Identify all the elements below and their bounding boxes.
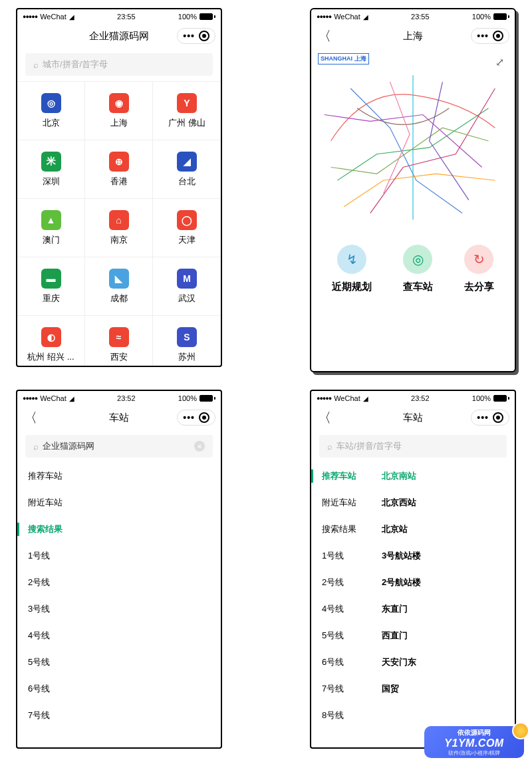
station-row[interactable]: 6号线天安门东 — [311, 649, 515, 676]
category-item[interactable]: 7号线 — [17, 702, 221, 729]
close-target-icon[interactable] — [199, 412, 209, 423]
city-icon: ▲ — [41, 210, 61, 230]
station-row[interactable]: 8号线 — [311, 702, 515, 729]
city-label: 上海 — [110, 117, 128, 129]
category-item[interactable]: 1号线 — [17, 543, 221, 569]
wifi-icon: ◢ — [363, 395, 368, 402]
city-icon: S — [177, 327, 197, 347]
category-item[interactable]: 附近车站 — [17, 489, 221, 516]
city-label: 南京 — [110, 234, 128, 246]
station-row[interactable]: 1号线3号航站楼 — [311, 543, 515, 569]
station-row[interactable]: 7号线国贸 — [311, 676, 515, 702]
back-button[interactable]: 〈 — [318, 409, 331, 427]
city-cell[interactable]: ◎北京 — [17, 82, 85, 140]
close-target-icon[interactable] — [493, 31, 503, 41]
city-cell[interactable]: S苏州 — [153, 316, 221, 367]
city-cell[interactable]: ◢台北 — [153, 140, 221, 199]
more-icon[interactable]: ••• — [183, 31, 195, 41]
city-cell[interactable]: Y广州 佛山 — [153, 82, 221, 140]
city-icon: ◢ — [177, 152, 197, 172]
more-icon[interactable]: ••• — [477, 412, 489, 423]
station-name: 北京站 — [382, 523, 408, 535]
category-label: 3号线 — [28, 603, 50, 615]
category-label: 4号线 — [28, 630, 50, 642]
category-label: 7号线 — [322, 683, 382, 695]
capsule-menu[interactable]: ••• — [177, 410, 215, 426]
city-cell[interactable]: ◣成都 — [85, 257, 153, 316]
station-row[interactable]: 4号线东直门 — [311, 596, 515, 622]
status-bar: ●●●●● WeChat ◢ 23:52 100% — [311, 391, 515, 406]
action-icon: ◎ — [403, 245, 432, 274]
signal-dots-icon: ●●●●● — [317, 13, 331, 20]
station-row[interactable]: 2号线2号航站楼 — [311, 569, 515, 596]
city-grid: ◎北京◉上海Y广州 佛山米深圳⊕香港◢台北▲澳门⌂南京◯天津▬重庆◣成都M武汉◐… — [17, 81, 221, 367]
station-name: 3号航站楼 — [382, 550, 421, 562]
back-button[interactable]: 〈 — [318, 27, 331, 45]
clear-button[interactable]: ✕ — [194, 441, 205, 451]
action-item[interactable]: ↯近期规划 — [332, 245, 372, 293]
station-row[interactable]: 推荐车站北京南站 — [311, 463, 515, 489]
city-icon: 米 — [41, 152, 61, 172]
back-button[interactable]: 〈 — [24, 409, 37, 427]
category-label: 4号线 — [322, 603, 382, 615]
station-row[interactable]: 附近车站北京西站 — [311, 489, 515, 516]
station-row[interactable]: 搜索结果北京站 — [311, 516, 515, 543]
city-label: 苏州 — [178, 351, 196, 363]
category-label: 推荐车站 — [322, 470, 382, 482]
category-item[interactable]: 推荐车站 — [17, 463, 221, 489]
city-icon: ◎ — [41, 93, 61, 113]
nav-bar: 〈 车站 ••• — [17, 406, 221, 430]
category-label: 2号线 — [28, 576, 50, 588]
station-row[interactable]: 5号线西直门 — [311, 622, 515, 649]
metro-map[interactable]: SHANGHAI 上海 ⤢ — [311, 48, 515, 234]
city-cell[interactable]: ◉上海 — [85, 82, 153, 140]
watermark-coin-icon — [512, 722, 529, 739]
action-item[interactable]: ↻去分享 — [464, 245, 494, 293]
close-target-icon[interactable] — [493, 412, 503, 423]
search-input[interactable]: ⌕ 企业猫源码网 ✕ — [25, 435, 213, 457]
search-icon: ⌕ — [327, 442, 332, 451]
city-cell[interactable]: M武汉 — [153, 257, 221, 316]
more-icon[interactable]: ••• — [477, 31, 489, 41]
search-placeholder: 车站/拼音/首字母 — [336, 440, 402, 452]
action-label: 查车站 — [403, 281, 433, 293]
category-item[interactable]: 5号线 — [17, 649, 221, 676]
city-cell[interactable]: ◐杭州 绍兴 ... — [17, 316, 85, 367]
category-label: 附近车站 — [322, 497, 382, 509]
category-item[interactable]: 搜索结果 — [17, 516, 221, 543]
city-cell[interactable]: ⊕香港 — [85, 140, 153, 199]
category-list: 推荐车站附近车站搜索结果1号线2号线3号线4号线5号线6号线7号线 — [17, 463, 221, 729]
action-icon: ↻ — [464, 245, 493, 274]
category-item[interactable]: 4号线 — [17, 622, 221, 649]
city-cell[interactable]: 米深圳 — [17, 140, 85, 199]
category-label: 搜索结果 — [322, 523, 382, 535]
city-cell[interactable]: ▲澳门 — [17, 199, 85, 257]
city-cell[interactable]: ⌂南京 — [85, 199, 153, 257]
map-city-label: SHANGHAI 上海 — [318, 53, 369, 64]
city-label: 北京 — [43, 117, 60, 129]
city-cell[interactable]: ≈西安 — [85, 316, 153, 367]
search-input[interactable]: ⌕ 城市/拼音/首字母 — [25, 53, 213, 76]
city-cell[interactable]: ◯天津 — [153, 199, 221, 257]
category-item[interactable]: 3号线 — [17, 596, 221, 622]
category-item[interactable]: 2号线 — [17, 569, 221, 596]
close-target-icon[interactable] — [199, 31, 209, 41]
city-cell[interactable]: ▬重庆 — [17, 257, 85, 316]
battery-pct: 100% — [472, 13, 491, 21]
action-item[interactable]: ◎查车站 — [403, 245, 433, 293]
battery-pct: 100% — [178, 13, 197, 21]
search-input[interactable]: ⌕ 车站/拼音/首字母 — [319, 435, 507, 457]
city-icon: ⊕ — [109, 152, 129, 172]
carrier-text: WeChat — [40, 394, 66, 402]
capsule-menu[interactable]: ••• — [471, 28, 509, 44]
category-label: 搜索结果 — [28, 523, 63, 535]
nav-bar: 〈 上海 ••• — [311, 24, 515, 48]
category-item[interactable]: 6号线 — [17, 676, 221, 702]
category-label: 7号线 — [28, 709, 50, 721]
city-label: 深圳 — [43, 176, 60, 188]
capsule-menu[interactable]: ••• — [471, 410, 509, 426]
city-icon: ◣ — [109, 269, 129, 289]
capsule-menu[interactable]: ••• — [177, 28, 215, 44]
expand-icon[interactable]: ⤢ — [495, 56, 504, 68]
more-icon[interactable]: ••• — [183, 412, 195, 423]
